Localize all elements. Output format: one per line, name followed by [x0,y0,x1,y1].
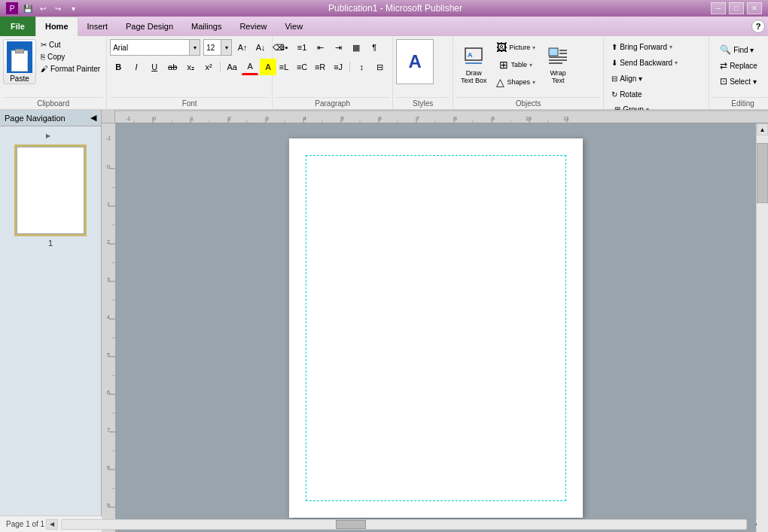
send-backward-button[interactable]: ⬇ Send Backward ▾ [607,55,682,70]
wrap-text-icon [546,44,570,68]
decrease-font-btn[interactable]: A↓ [252,39,269,56]
table-icon: ⊞ [499,59,508,71]
increase-indent-btn[interactable]: ⇥ [330,39,346,56]
tab-page-design[interactable]: Page Design [117,17,182,36]
bullets-btn[interactable]: ≡• [276,39,292,56]
ruler-top-row: -1 0 1 2 3 4 5 6 7 8 9 10 11 [102,110,768,123]
bring-forward-button[interactable]: ⬆ Bring Forward ▾ [607,39,677,54]
font-color-btn[interactable]: A [242,59,258,75]
shapes-arrow: ▾ [532,79,535,86]
font-divider [220,62,221,72]
align-center-btn[interactable]: ≡C [294,59,310,75]
replace-icon: ⇄ [720,60,727,71]
replace-label: Replace [730,62,757,70]
save-quick-btn[interactable]: 💾 [21,2,35,14]
page-1-thumbnail[interactable] [14,144,87,236]
wrap-text-button[interactable]: WrapText [541,39,575,89]
draw-text-box-label: DrawText Box [461,69,487,84]
svg-rect-3 [549,48,558,56]
underline-button[interactable]: U [146,59,163,75]
replace-button[interactable]: ⇄ Replace [715,58,768,73]
show-hide-btn[interactable]: ¶ [366,39,382,56]
paste-button[interactable]: Paste [3,39,36,84]
page-border [306,155,566,501]
picture-icon: 🖼 [496,41,507,53]
align-left-btn[interactable]: ≡L [276,59,292,75]
superscript-button[interactable]: x² [200,59,217,75]
canvas-scroll[interactable] [115,123,756,532]
tab-review[interactable]: Review [230,17,276,36]
svg-text:7: 7 [416,116,419,121]
font-size-combo[interactable]: 12 ▾ [203,39,232,56]
editing-group-label: Editing [712,97,768,109]
tab-insert[interactable]: Insert [78,17,117,36]
picture-button[interactable]: 🖼 Picture ▾ [492,39,539,56]
vertical-scrollbar[interactable]: ▲ ▼ [756,123,768,532]
window-controls: ─ □ ✕ [711,2,762,14]
scroll-v-thumb[interactable] [757,143,768,203]
italic-button[interactable]: I [128,59,145,75]
picture-label: Picture [509,44,530,51]
paragraph-group: ≡• ≡1 ⇤ ⇥ ▦ ¶ ≡L ≡C ≡R ≡J ↕ ⊟ Paragraph [273,36,393,109]
line-spacing-btn[interactable]: ↕ [353,59,370,75]
page-nav-header: Page Navigation ◀ [0,110,101,126]
justify-btn[interactable]: ≡J [330,59,346,75]
decrease-indent-btn[interactable]: ⇤ [312,39,328,56]
redo-quick-btn[interactable]: ↪ [51,2,65,14]
find-label: Find ▾ [733,46,754,54]
strikethrough-button[interactable]: ab [164,59,181,75]
minimize-btn[interactable]: ─ [711,2,726,14]
styles-preview[interactable]: A [396,39,434,84]
numbered-list-btn[interactable]: ≡1 [294,39,310,56]
tab-home[interactable]: Home [35,17,78,36]
font-style-row: B I U ab x₂ x² Aa A A [110,59,276,75]
subscript-button[interactable]: x₂ [182,59,199,75]
tab-file[interactable]: File [0,17,35,36]
scroll-h-thumb[interactable] [336,520,366,529]
copy-icon: ⎘ [41,53,45,61]
align-right-btn[interactable]: ≡R [312,59,328,75]
scroll-left-btn[interactable]: ◀ [46,519,58,530]
close-btn[interactable]: ✕ [747,2,762,14]
change-case-btn[interactable]: Aa [224,59,240,75]
paragraph-row2: ≡L ≡C ≡R ≡J ↕ ⊟ [276,59,388,75]
copy-button[interactable]: ⎘ Copy [38,51,103,62]
para-spacing-btn[interactable]: ⊟ [371,59,388,75]
svg-text:-1: -1 [126,116,130,121]
tab-view[interactable]: View [276,17,312,36]
scroll-up-btn[interactable]: ▲ [757,123,768,135]
para-divider [349,62,350,72]
maximize-btn[interactable]: □ [729,2,744,14]
horizontal-ruler: -1 0 1 2 3 4 5 6 7 8 9 10 11 [115,110,768,123]
align-button[interactable]: ⊟ Align ▾ [607,71,647,86]
ruler-corner [102,110,115,123]
horizontal-scrollbar[interactable] [61,519,747,530]
objects-group: A DrawText Box 🖼 Picture ▾ ⊞ [453,36,604,109]
format-painter-button[interactable]: 🖌 Format Painter [38,63,103,74]
font-name-combo[interactable]: Arial ▾ [110,39,200,56]
objects-group-label: Objects [456,97,600,109]
vertical-ruler: -1 0 1 2 3 4 5 6 7 8 9 10 [102,123,115,532]
bold-button[interactable]: B [110,59,126,75]
draw-text-box-button[interactable]: A DrawText Box [456,39,491,89]
shapes-btn-content: △ Shapes ▾ [496,76,535,88]
objects-group-content: A DrawText Box 🖼 Picture ▾ ⊞ [456,39,600,97]
scroll-v-track[interactable] [757,135,768,532]
cut-button[interactable]: ✂ Cut [38,39,103,50]
page-nav-collapse-btn[interactable]: ◀ [90,113,96,123]
columns-btn[interactable]: ▦ [348,39,364,56]
customize-quick-btn[interactable]: ▾ [66,2,80,14]
table-button[interactable]: ⊞ Table ▾ [492,56,539,73]
page-nav-content: ▶ 1 [0,126,101,254]
find-button[interactable]: 🔍 Find ▾ [715,42,768,57]
rotate-button[interactable]: ↻ Rotate [607,87,646,102]
cut-icon: ✂ [41,41,47,49]
main-layout: Page Navigation ◀ ▶ 1 -1 0 [0,110,768,515]
shapes-button[interactable]: △ Shapes ▾ [492,74,539,90]
help-button[interactable]: ? [751,20,765,33]
svg-text:2: 2 [228,116,231,121]
increase-font-btn[interactable]: A↑ [234,39,251,56]
tab-mailings[interactable]: Mailings [182,17,230,36]
select-button[interactable]: ⊡ Select ▾ [715,74,768,89]
undo-quick-btn[interactable]: ↩ [36,2,50,14]
